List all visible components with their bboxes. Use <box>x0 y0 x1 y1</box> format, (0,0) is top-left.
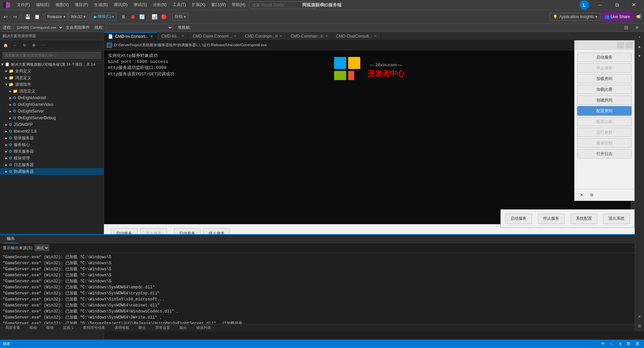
right-tb-add[interactable]: + <box>636 33 644 41</box>
close-tab-icon[interactable]: ✕ <box>150 34 153 38</box>
more-icon[interactable]: ≡ <box>633 23 641 32</box>
platform-dropdown[interactable]: Win32 ▾ <box>68 13 88 21</box>
start-service-main[interactable]: 启动服务 <box>505 213 532 224</box>
stop-button[interactable]: ⏹ <box>128 12 137 21</box>
tree-item-global[interactable]: ▸ 📁 全局定义 <box>0 68 104 74</box>
sidebar-more-icon[interactable]: ⋯ <box>39 41 48 50</box>
minimize-button[interactable]: ─ <box>592 0 608 10</box>
filter-icon[interactable]: ⊟ <box>622 23 631 32</box>
close-tab-3-icon[interactable]: ✕ <box>234 34 236 38</box>
close-tab-6-icon[interactable]: ✕ <box>374 34 377 38</box>
restore-button[interactable]: ⧉ <box>609 0 625 10</box>
menu-edit[interactable]: 编辑(E) <box>33 1 52 9</box>
bottom-tab-modules[interactable]: 模块 <box>44 325 56 331</box>
breakpoints-button[interactable]: 🔴 <box>160 12 168 21</box>
sidebar-back-icon[interactable]: ← <box>11 41 19 50</box>
feedback-button[interactable]: 📢 <box>634 12 643 21</box>
bottom-tab-find-symbol[interactable]: 查找符号结果 <box>80 325 108 331</box>
menu-analyze[interactable]: 分析(N) <box>150 1 169 9</box>
bottom-tab-callstack[interactable]: 调用堆栈 <box>112 325 132 331</box>
gp-service-control[interactable]: 服务控制 <box>577 138 632 148</box>
tree-item-chat[interactable]: ▸ ⚙ 聊天服务器 <box>0 148 104 155</box>
status-layout[interactable]: 简 <box>625 341 632 346</box>
auto-dropdown[interactable]: 自动 ▾ <box>172 13 188 21</box>
exit-system-btn[interactable]: 退出系统 <box>603 213 630 224</box>
close-tab-5-icon[interactable]: ✕ <box>325 34 328 38</box>
stop-service-main[interactable]: 停止服务 <box>538 213 565 224</box>
game-panel-minimize[interactable]: ─ <box>617 42 624 49</box>
close-tab-2-icon[interactable]: ✕ <box>181 34 184 38</box>
performance-button[interactable]: 📊 <box>150 12 159 21</box>
tree-item-core[interactable]: ▸ ⚙ 服务核心 <box>0 141 104 148</box>
panel-float-icon[interactable]: ⧉ <box>587 191 596 199</box>
menu-project[interactable]: 项目(P) <box>72 1 91 9</box>
bottom-tab-exceptions[interactable]: 异常设置 <box>153 325 173 331</box>
undo-button[interactable]: ↩ <box>1 12 10 21</box>
config-dropdown[interactable]: Release ▾ <box>45 13 68 21</box>
gp-start-service[interactable]: 启动服务 <box>577 53 632 62</box>
sidebar-settings-icon[interactable]: ⚙ <box>30 41 38 50</box>
menu-extensions[interactable]: 扩展(X) <box>189 1 208 9</box>
menu-test[interactable]: 测试(S) <box>131 1 150 9</box>
menu-help[interactable]: 帮助(H) <box>229 1 248 9</box>
tab-cmd-3[interactable]: CMD-Corre.Consort... ✕ <box>189 32 241 40</box>
tree-item-server[interactable]: ▸ ⚙ OxEightServer <box>0 108 104 115</box>
gp-config-room[interactable]: 配置房间 <box>577 106 632 116</box>
tree-item-log[interactable]: ▸ ⚙ 日志服务器 <box>0 161 104 168</box>
menu-view[interactable]: 视图(V) <box>53 1 71 9</box>
right-tb-scroll-up[interactable]: ▲ <box>636 43 644 51</box>
bottom-tab-threads[interactable]: 线程 <box>27 325 40 331</box>
menu-debug[interactable]: 调试(D) <box>111 1 130 9</box>
user-avatar[interactable]: L <box>580 0 589 10</box>
gp-create-room[interactable]: 创建房间 <box>577 95 632 105</box>
right-tb-close[interactable]: ✕ <box>636 312 644 321</box>
redo-button[interactable]: ↪ <box>11 12 19 21</box>
tree-item-libevent[interactable]: ▸ ⚙ libevent2.1.8 <box>0 128 104 135</box>
tree-item-game-comp[interactable]: ▾ 📂 游戏组件 <box>0 81 104 88</box>
live-share-button[interactable]: 👥 Live Share <box>601 12 633 22</box>
tree-item-coord[interactable]: ▸ ⚙ 协调服务器 <box>0 168 104 175</box>
continue-button[interactable]: ▶ 继续(C) ▾ <box>92 13 116 21</box>
tree-item-android[interactable]: ▸ ⚙ OxEightAndroid <box>0 94 104 101</box>
right-tb-scroll-down[interactable]: ▼ <box>636 52 644 60</box>
bottom-tab-errors[interactable]: 错误列表 <box>194 325 214 331</box>
solution-root[interactable]: ▾ 📋 解决方案'网狐旗舰U3D服务端'(第 14 个项目，共 14 <box>0 61 104 68</box>
tab-cmd-4[interactable]: CMD-Correspo...h ✕ <box>241 32 286 40</box>
process-select[interactable]: [14088] Correspond.exe <box>14 24 64 31</box>
close-tab-4-icon[interactable]: ✕ <box>279 34 282 38</box>
status-item-3[interactable]: 9 <box>617 342 623 346</box>
sidebar-home-icon[interactable]: 🏠 <box>1 41 10 50</box>
bottom-tab-breakpoints[interactable]: 断点 <box>136 325 149 331</box>
output-tab[interactable]: 输出 <box>3 234 19 243</box>
tree-item-server-debug[interactable]: ▸ ⚙ OxEightServerDebug <box>0 115 104 121</box>
gp-stop-service[interactable]: 停止服务 <box>577 63 632 73</box>
sidebar-search-input[interactable] <box>3 52 101 59</box>
bottom-tab-output[interactable]: 输出 <box>177 325 190 331</box>
output-source-select[interactable]: 调试 <box>35 245 49 251</box>
tree-item-module[interactable]: ▸ ⚙ 模块管理 <box>0 155 104 161</box>
game-panel-close[interactable]: ✕ <box>626 42 633 49</box>
panel-close-icon[interactable]: ✕ <box>577 191 586 199</box>
tree-item-login-server[interactable]: ▸ ⚙ 登录服务器 <box>0 135 104 141</box>
menu-window[interactable]: 窗口(W) <box>209 1 228 9</box>
tab-cmd-5[interactable]: CMD-Comman...h ✕ <box>286 32 332 40</box>
gp-load-match[interactable]: 加载比赛 <box>577 85 632 94</box>
gp-run-params[interactable]: 运行参数 <box>577 128 632 137</box>
save-button[interactable]: 💾 <box>23 12 32 21</box>
tree-item-msg-inner[interactable]: ▸ 📁 消息定义 <box>0 88 104 94</box>
close-button[interactable]: ✕ <box>626 0 641 10</box>
gp-load-room[interactable]: 加载房间 <box>577 74 632 83</box>
bottom-tab-watch[interactable]: 监视 1 <box>60 325 76 331</box>
gp-config-match[interactable]: 配置比赛 <box>577 117 632 126</box>
menu-tools[interactable]: 工具(T) <box>170 1 189 9</box>
save-all-button[interactable]: 📋 <box>33 12 41 21</box>
system-config-btn[interactable]: 系统配置 <box>571 213 597 224</box>
menu-file[interactable]: 文件(F) <box>14 1 33 9</box>
menu-build[interactable]: 生成(B) <box>92 1 110 9</box>
restart-button[interactable]: 🔄 <box>138 12 147 21</box>
bottom-tab-locals[interactable]: 局部变量 <box>3 325 23 331</box>
sidebar-refresh-icon[interactable]: ↻ <box>20 41 29 50</box>
tree-item-msgdef[interactable]: ▸ 📁 消息定义 <box>0 74 104 81</box>
status-ime[interactable]: 中 <box>599 341 607 346</box>
application-insights-button[interactable]: 💡 Application Insights ▾ <box>550 13 600 21</box>
